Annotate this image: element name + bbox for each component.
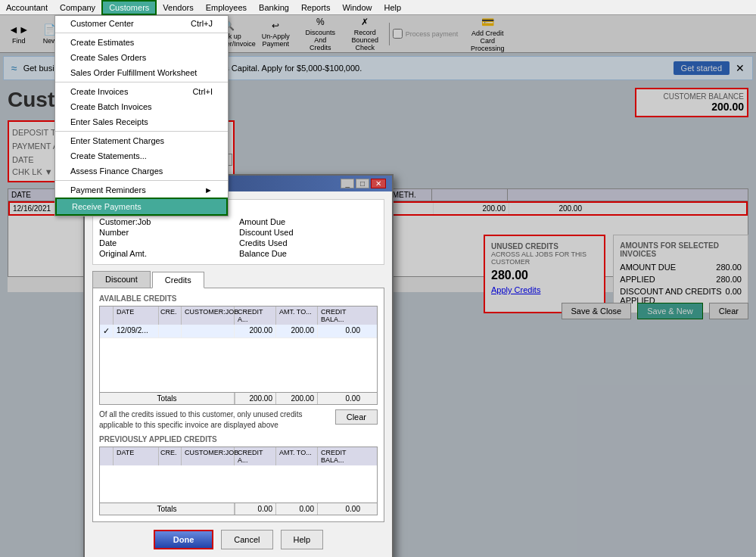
menu-banking[interactable]: Banking — [253, 2, 295, 14]
menu-item-payment-reminders[interactable]: Payment Reminders ► — [55, 182, 228, 198]
invoice-number-label: Number — [99, 228, 238, 237]
discount-credits-dialog: Discount and Credits _ □ ✕ INVOICE Custo… — [83, 174, 394, 557]
col-check — [100, 307, 114, 325]
prev-col-ca: CREDIT A... — [235, 447, 276, 465]
dialog-tabs: Discount Credits — [92, 271, 384, 288]
menu-item-customer-center[interactable]: Customer Center Ctrl+J — [55, 16, 228, 31]
dialog-maximize-icon[interactable]: □ — [356, 179, 369, 188]
prev-table-header: DATE CRE. CUSTOMER:JOB CREDIT A... AMT. … — [99, 447, 378, 465]
credits-table-header: DATE CRE. CUSTOMER:JOB CREDIT A... AMT. … — [99, 306, 378, 325]
menu-accountant[interactable]: Accountant — [0, 2, 54, 14]
row-ca-0: 200.00 — [235, 325, 276, 338]
menubar: Accountant Company Customers Vendors Emp… — [0, 0, 756, 15]
total-credit-amount: 200.00 — [235, 393, 276, 404]
totals-label: Totals — [157, 394, 176, 403]
prev-col-cj: CUSTOMER:JOB — [182, 447, 235, 465]
dialog-close-icon[interactable]: ✕ — [371, 179, 386, 188]
total-credit-balance: 0.00 — [318, 393, 363, 404]
menu-item-sales-order-fulfillment[interactable]: Sales Order Fulfillment Worksheet — [55, 65, 228, 80]
credits-note: Of all the credits issued to this custom… — [99, 409, 328, 431]
row-cj-0 — [182, 325, 235, 338]
total-amt-to: 200.00 — [276, 393, 318, 404]
prev-col-cre: CRE. — [159, 447, 182, 465]
invoice-credits-used-label: Credits Used — [239, 238, 378, 247]
invoice-original-amt-label: Original Amt. — [99, 249, 238, 258]
menu-item-enter-statement-charges[interactable]: Enter Statement Charges — [55, 133, 228, 148]
col-amtto-hdr: AMT. TO... — [276, 307, 318, 325]
menu-item-create-batch-invoices[interactable]: Create Batch Invoices — [55, 99, 228, 114]
help-button[interactable]: Help — [281, 530, 324, 549]
credits-row-0: ✓ 12/09/2... 200.00 200.00 0.00 — [100, 325, 377, 338]
row-cre-0 — [159, 325, 182, 338]
menu-item-create-estimates[interactable]: Create Estimates — [55, 35, 228, 50]
done-button[interactable]: Done — [154, 530, 214, 549]
col-credita-hdr: CREDIT A... — [235, 307, 276, 325]
menu-customers[interactable]: Customers — [101, 0, 157, 15]
menu-item-create-sales-orders[interactable]: Create Sales Orders — [55, 50, 228, 65]
menu-window[interactable]: Window — [336, 2, 378, 14]
prev-totals-row: Totals 0.00 0.00 0.00 — [99, 503, 378, 515]
prev-total-credit-balance: 0.00 — [318, 503, 363, 515]
menu-vendors[interactable]: Vendors — [157, 2, 199, 14]
dialog-body: INVOICE Customer:Job Amount Due Number D… — [85, 191, 392, 557]
available-credits-table: ✓ 12/09/2... 200.00 200.00 0.00 — [99, 325, 378, 393]
available-totals-row: Totals 200.00 200.00 0.00 — [99, 393, 378, 405]
menu-item-enter-sales-receipts[interactable]: Enter Sales Receipts — [55, 114, 228, 129]
row-checkbox-0[interactable]: ✓ — [103, 326, 110, 336]
col-creditbal-hdr: CREDIT BALA... — [318, 307, 363, 325]
row-cb-0: 0.00 — [318, 325, 363, 338]
col-customerjob-hdr: CUSTOMER:JOB — [182, 307, 235, 325]
prev-col-cb: CREDIT BALA... — [318, 447, 363, 465]
menu-item-create-statements[interactable]: Create Statements... — [55, 148, 228, 163]
prev-table-body — [99, 465, 378, 503]
row-date-0: 12/09/2... — [114, 325, 159, 338]
prev-total-credit-amount: 0.00 — [235, 503, 276, 515]
menu-employees[interactable]: Employees — [200, 2, 253, 14]
clear-credits-button[interactable]: Clear — [335, 409, 378, 425]
menu-item-receive-payments[interactable]: Receive Payments — [55, 198, 228, 216]
invoice-amount-due-label: Amount Due — [239, 217, 378, 226]
prev-col-date: DATE — [114, 447, 159, 465]
cancel-button[interactable]: Cancel — [221, 530, 272, 549]
dialog-minimize-icon[interactable]: _ — [341, 179, 354, 188]
tab-discount[interactable]: Discount — [92, 271, 151, 288]
invoice-discount-used-label: Discount Used — [239, 228, 378, 237]
invoice-balance-due-label: Balance Due — [239, 249, 378, 258]
menu-company[interactable]: Company — [54, 2, 101, 14]
dialog-footer: Done Cancel Help — [92, 522, 384, 552]
previously-applied-label: PREVIOUSLY APPLIED CREDITS — [99, 435, 378, 443]
invoice-customer-label: Customer:Job — [99, 217, 238, 226]
menu-help[interactable]: Help — [378, 2, 408, 14]
available-credits-label: AVAILABLE CREDITS — [99, 294, 378, 303]
customers-dropdown: Customer Center Ctrl+J Create Estimates … — [54, 15, 229, 216]
tab-credits[interactable]: Credits — [152, 272, 204, 288]
prev-totals-label: Totals — [157, 505, 176, 513]
col-cre-hdr: CRE. — [159, 307, 182, 325]
prev-col-at: AMT. TO... — [276, 447, 318, 465]
menu-item-create-invoices[interactable]: Create Invoices Ctrl+I — [55, 84, 228, 99]
prev-total-amt-to: 0.00 — [276, 503, 318, 515]
menu-item-assess-finance-charges[interactable]: Assess Finance Charges — [55, 163, 228, 179]
row-at-0: 200.00 — [276, 325, 318, 338]
credits-tab-content: AVAILABLE CREDITS DATE CRE. CUSTOMER:JOB… — [92, 288, 384, 522]
invoice-date-label: Date — [99, 238, 238, 247]
col-date-hdr: DATE — [114, 307, 159, 325]
menu-reports[interactable]: Reports — [295, 2, 337, 14]
